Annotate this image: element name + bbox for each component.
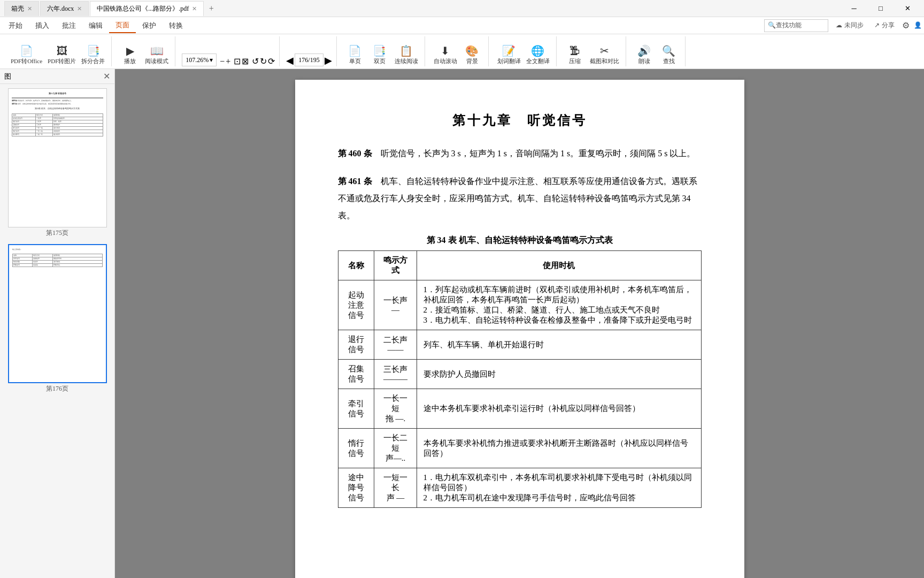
new-tab-button[interactable]: + [205,2,218,15]
ribbon-tab-edit[interactable]: 编辑 [82,19,109,33]
close-button[interactable]: ✕ [895,0,920,17]
find-button[interactable]: 🔍 查找 [657,44,681,66]
auto-scroll-button[interactable]: ⬇ 自动滚动 [432,44,459,66]
thumbnail-175-image: 第十九章 听觉信号 第460条 听觉信号，长声为3s，短声为1s，音响间隔为1s… [8,88,107,227]
thumbnail-area[interactable]: 第十九章 听觉信号 第460条 听觉信号，长声为3s，短声为1s，音响间隔为1s… [0,84,114,578]
article-460-text: 听觉信号，长声为 3 s，短声为 1 s，音响间隔为 1 s。重复鸣示时，须间隔… [381,149,696,158]
thumbnail-175[interactable]: 第十九章 听觉信号 第460条 听觉信号，长声为3s，短声为1s，音响间隔为1s… [2,86,112,240]
screenshot-button[interactable]: ✂ 截图和对比 [588,44,621,66]
read-mode-button[interactable]: 📖 阅读模式 [143,44,171,66]
tab-hakushell-close[interactable]: ✕ [27,5,32,12]
page-nav[interactable]: 176/195 [295,54,323,66]
double-page-button[interactable]: 📑 双页 [368,44,391,66]
tool-group-view: ▶ 播放 📖 阅读模式 [114,36,175,66]
word-translate-icon: 📝 [502,45,515,56]
rotate-right-icon[interactable]: ↻ [260,56,267,66]
pdf-to-image-label: PDF转图片 [48,57,76,65]
auto-scroll-label: 自动滚动 [434,57,457,65]
tab-docx-close[interactable]: ✕ [77,5,82,12]
tool-group-pages: 107.26% ▾ − + ⊡ ⊠ ↺ ↻ ⟳ [178,36,280,66]
split-merge-button[interactable]: 📑 拆分合并 [79,44,107,66]
ribbon-tab-insert[interactable]: 插入 [29,19,56,33]
background-icon: 🎨 [465,45,479,56]
search-placeholder: 查找功能 [776,21,802,30]
sidebar-close-button[interactable]: ✕ [103,71,110,81]
ribbon-tab-start[interactable]: 开始 [2,19,29,33]
word-translate-button[interactable]: 📝 划词翻译 [495,44,523,66]
find-label: 查找 [663,57,675,65]
pdf-to-office-label: PDF转Office [11,57,42,65]
article-460-number: 第 460 条 [338,149,372,158]
zoom-in-icon[interactable]: + [226,57,230,66]
tab-hakushell[interactable]: 箱壳 ✕ [4,1,39,16]
pdf-to-image-button[interactable]: 🖼 PDF转图片 [45,44,78,66]
article-461: 第 461 条 机车、自轮运转特种设备作业中提示注意、相互联系等应使用通信设备方… [338,173,702,224]
single-page-button[interactable]: 📄 单页 [343,44,367,66]
zoom-box[interactable]: 107.26% ▾ [182,54,217,66]
ribbon-tab-page[interactable]: 页面 [109,18,136,33]
play-button[interactable]: ▶ 播放 [118,44,142,66]
row-qidong-name: 起动注意信号 [338,280,374,330]
tab-pdf[interactable]: 中国铁路总公司《...路部分》.pdf ✕ [90,1,204,16]
sync-button[interactable]: ☁ 未同步 [833,20,867,31]
prev-page-icon[interactable]: ◀ [286,55,294,66]
thumbnail-sidebar: 图 ✕ 第十九章 听觉信号 第460条 听觉信号，长声为3s，短声为1s，音响间… [0,69,115,578]
fit-width-icon[interactable]: ⊡ [234,56,241,66]
tool-group-translate: 📝 划词翻译 🌐 全文翻译 [491,36,557,66]
zoom-value: 107.26% [186,56,209,64]
double-page-label: 双页 [374,57,386,65]
thumbnail-176[interactable]: 续上页内容... 名称鸣示方式使用时机 停车信号连续短声紧急停车时... 制动试… [2,242,112,396]
article-461-number: 第 461 条 [338,177,372,186]
full-translate-icon: 🌐 [531,45,544,56]
main-area: 图 ✕ 第十九章 听觉信号 第460条 听觉信号，长声为3s，短声为1s，音响间… [0,69,924,578]
zoom-out-icon[interactable]: − [220,57,225,66]
read-aloud-label: 朗读 [638,57,650,65]
search-icon: 🔍 [768,21,776,29]
tab-docx[interactable]: 六年.docx ✕ [40,1,89,16]
table-row-daoxing: 惰行信号 一长二短声—.. 本务机车要求补机惰力推进或要求补机断开主断路器时（补… [338,429,701,468]
ribbon-tab-protect[interactable]: 保护 [136,19,163,33]
background-label: 背景 [466,57,478,65]
settings-icon[interactable]: ⚙ [902,20,910,31]
split-merge-label: 拆分合并 [81,57,105,65]
continuous-read-icon: 📋 [399,45,413,56]
pdf-to-office-button[interactable]: 📄 PDF转Office [9,44,44,66]
cloud-icon: ☁ [836,21,842,29]
row-qianyin-usage: 途中本务机车要求补机牵引运行时（补机应以同样信号回答） [417,389,701,429]
pdf-content-area[interactable]: 第十九章 听觉信号 第 460 条 听觉信号，长声为 3 s，短声为 1 s，音… [115,69,924,578]
tab-pdf-close[interactable]: ✕ [192,5,197,12]
find-icon: 🔍 [662,45,675,56]
next-page-icon[interactable]: ▶ [325,55,332,66]
maximize-button[interactable]: □ [868,0,893,17]
ribbon-tab-comment[interactable]: 批注 [56,19,82,33]
continuous-read-button[interactable]: 📋 连续阅读 [392,44,420,66]
rotate-left-icon[interactable]: ↺ [252,56,259,66]
read-aloud-button[interactable]: 🔊 朗读 [633,44,656,66]
fit-page-icon[interactable]: ⊠ [242,56,249,66]
tool-group-pdf: 📄 PDF转Office 🖼 PDF转图片 📑 拆分合并 [4,36,112,66]
tool-group-misc: 🔊 朗读 🔍 查找 [628,36,686,66]
read-aloud-icon: 🔊 [637,45,651,56]
search-area[interactable]: 🔍 查找功能 [764,19,828,32]
minimize-button[interactable]: ─ [842,0,866,17]
row-tuixing-usage: 列车、机车车辆、单机开始退行时 [417,330,701,360]
thumbnail-175-label: 第175页 [46,229,68,238]
full-translate-button[interactable]: 🌐 全文翻译 [524,44,552,66]
signal-table: 名称 鸣示方式 使用时机 起动注意信号 一长声— 1．列车起动或机车车辆前进时（… [338,250,702,508]
row-zhaoji-signal: 三长声——— [374,360,417,389]
sync-label: 未同步 [844,21,864,30]
ribbon-tab-convert[interactable]: 转换 [163,19,189,33]
read-mode-label: 阅读模式 [145,57,168,65]
table-row-zhaoji: 召集信号 三长声——— 要求防护人员撤回时 [338,360,701,389]
share-button[interactable]: ↗ 分享 [871,20,898,31]
user-icon: 👤 [914,21,922,29]
single-page-label: 单页 [349,57,361,65]
rotate-file-icon[interactable]: ⟳ [268,56,275,66]
compress-button[interactable]: 🗜 压缩 [563,44,587,66]
chapter-title: 第十九章 听觉信号 [338,112,702,129]
row-daoxing-usage: 本务机车要求补机惰力推进或要求补机断开主断路器时（补机应以同样信号回答） [417,429,701,468]
row-qidong-signal: 一长声— [374,280,417,330]
row-tuixing-signal: 二长声—— [374,330,417,360]
background-button[interactable]: 🎨 背景 [460,44,484,66]
ribbon: 开始 插入 批注 编辑 页面 保护 转换 🔍 查找功能 ☁ 未同步 ↗ 分享 ⚙… [0,17,924,69]
